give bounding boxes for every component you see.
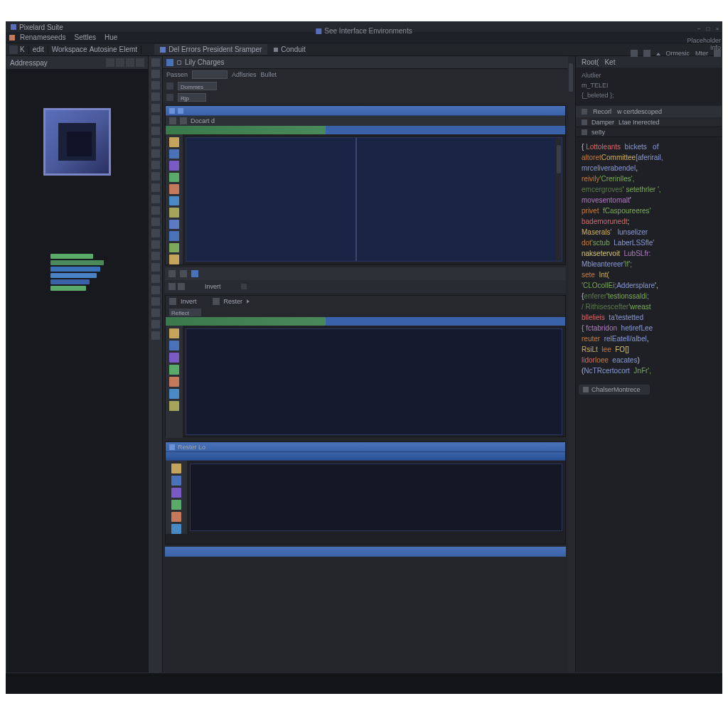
gutter-icon[interactable] bbox=[151, 127, 160, 135]
label[interactable]: Mter bbox=[695, 50, 708, 57]
menu-item[interactable]: Settles bbox=[70, 33, 100, 42]
tool-label[interactable]: edit bbox=[33, 46, 44, 53]
gutter-icon[interactable] bbox=[151, 70, 160, 78]
tool-icon[interactable] bbox=[714, 50, 721, 57]
strip-icon[interactable] bbox=[169, 365, 179, 375]
text-input[interactable]: Reflect bbox=[169, 309, 201, 316]
tool-label[interactable]: K bbox=[20, 46, 25, 53]
gutter-icon[interactable] bbox=[151, 297, 160, 306]
gutter-icon[interactable] bbox=[151, 149, 160, 158]
strip-icon[interactable] bbox=[169, 173, 179, 183]
scrollbar[interactable] bbox=[556, 138, 562, 261]
gutter-icon[interactable] bbox=[151, 309, 160, 317]
gutter-icon[interactable] bbox=[151, 104, 160, 112]
gutter-icon[interactable] bbox=[151, 331, 160, 340]
sidebar-button[interactable] bbox=[136, 58, 144, 67]
subtab[interactable]: Recorl bbox=[593, 108, 611, 115]
preview-thumbnail[interactable] bbox=[43, 108, 111, 176]
panel-titlebar[interactable] bbox=[166, 106, 565, 116]
gutter-icon[interactable] bbox=[151, 183, 160, 192]
gutter-icon[interactable] bbox=[151, 161, 160, 169]
strip-icon[interactable] bbox=[169, 161, 179, 171]
checkbox[interactable] bbox=[166, 82, 173, 90]
col-header[interactable]: Damper bbox=[592, 119, 614, 126]
strip-icon[interactable] bbox=[169, 184, 179, 194]
strip-icon[interactable] bbox=[169, 137, 179, 147]
tab[interactable]: Root( bbox=[582, 58, 599, 66]
document-tab[interactable]: Del Errors President Sramper bbox=[154, 44, 267, 55]
strip-icon[interactable] bbox=[169, 328, 179, 338]
strip-icon[interactable] bbox=[169, 255, 179, 264]
viewport[interactable] bbox=[186, 328, 562, 435]
tool-icon[interactable] bbox=[169, 117, 176, 124]
gutter-icon[interactable] bbox=[151, 229, 160, 237]
tool-icon[interactable] bbox=[191, 270, 198, 277]
gutter-icon[interactable] bbox=[151, 286, 160, 294]
menu-item[interactable]: Renameseeds bbox=[16, 33, 69, 42]
maximize-button[interactable]: □ bbox=[705, 26, 712, 33]
strip-icon[interactable] bbox=[171, 500, 181, 510]
gutter-icon[interactable] bbox=[151, 218, 160, 226]
strip-icon[interactable] bbox=[171, 488, 181, 498]
scrollbar[interactable] bbox=[568, 56, 575, 693]
strip-icon[interactable] bbox=[169, 377, 179, 387]
expand-icon[interactable] bbox=[177, 60, 181, 65]
sidebar-button[interactable] bbox=[106, 58, 114, 67]
text-input[interactable]: Dommes bbox=[178, 82, 217, 90]
strip-icon[interactable] bbox=[169, 231, 179, 241]
split-handle[interactable] bbox=[355, 138, 357, 261]
text-input[interactable] bbox=[192, 70, 228, 79]
gutter-icon[interactable] bbox=[151, 92, 160, 101]
tool-icon[interactable] bbox=[180, 270, 187, 277]
tool-button[interactable] bbox=[9, 46, 18, 54]
sidebar-button[interactable] bbox=[116, 58, 124, 67]
col-header[interactable]: Ltae Inerected bbox=[619, 119, 660, 126]
gutter-icon[interactable] bbox=[151, 172, 160, 181]
tool-label[interactable]: Autosine bbox=[90, 46, 117, 53]
viewport[interactable] bbox=[186, 137, 562, 262]
status-tag[interactable]: ChalserMontrece bbox=[579, 385, 650, 395]
menu-item[interactable]: Hue bbox=[101, 33, 121, 42]
sidebar-button[interactable] bbox=[126, 58, 134, 67]
tool-icon[interactable] bbox=[178, 283, 185, 290]
gutter-icon[interactable] bbox=[151, 240, 160, 249]
icon[interactable] bbox=[213, 298, 220, 305]
document-tab[interactable]: Conduit bbox=[269, 44, 309, 55]
gutter-icon[interactable] bbox=[151, 115, 160, 124]
timeline-bar[interactable] bbox=[166, 317, 565, 326]
gutter-icon[interactable] bbox=[151, 81, 160, 90]
label[interactable]: Ormesic bbox=[666, 50, 690, 57]
tool-icon[interactable] bbox=[180, 117, 187, 124]
chevron-down-icon[interactable] bbox=[241, 284, 247, 289]
strip-icon[interactable] bbox=[169, 149, 179, 159]
tool-label[interactable]: Elemt bbox=[119, 46, 138, 53]
gutter-icon[interactable] bbox=[151, 206, 160, 215]
checkbox[interactable] bbox=[166, 94, 173, 101]
tool-icon[interactable] bbox=[631, 50, 638, 57]
icon[interactable] bbox=[169, 298, 176, 305]
strip-icon[interactable] bbox=[169, 208, 179, 218]
play-icon[interactable] bbox=[247, 299, 251, 304]
strip-icon[interactable] bbox=[171, 524, 181, 534]
gutter-icon[interactable] bbox=[151, 58, 160, 67]
strip-icon[interactable] bbox=[169, 220, 179, 230]
tool-icon[interactable] bbox=[168, 283, 176, 290]
gutter-icon[interactable] bbox=[151, 252, 160, 260]
strip-icon[interactable] bbox=[171, 512, 181, 522]
close-button[interactable]: × bbox=[714, 26, 721, 33]
tool-icon[interactable] bbox=[643, 50, 651, 57]
strip-icon[interactable] bbox=[171, 464, 181, 473]
viewport[interactable] bbox=[190, 464, 562, 531]
gutter-icon[interactable] bbox=[151, 274, 160, 283]
tab[interactable]: Ket bbox=[604, 58, 615, 66]
tool-icon[interactable] bbox=[168, 270, 176, 277]
strip-icon[interactable] bbox=[169, 341, 179, 350]
layers-thumbnail[interactable] bbox=[50, 254, 104, 293]
gutter-icon[interactable] bbox=[151, 195, 160, 203]
code-editor[interactable]: { Lottoleants bickets ofaltoretCommittee… bbox=[576, 137, 722, 380]
gutter-icon[interactable] bbox=[151, 263, 160, 272]
gutter-icon[interactable] bbox=[151, 138, 160, 146]
sub-titlebar[interactable] bbox=[166, 452, 565, 461]
strip-icon[interactable] bbox=[169, 389, 179, 399]
tab-label[interactable]: Lily Charges bbox=[185, 58, 225, 66]
